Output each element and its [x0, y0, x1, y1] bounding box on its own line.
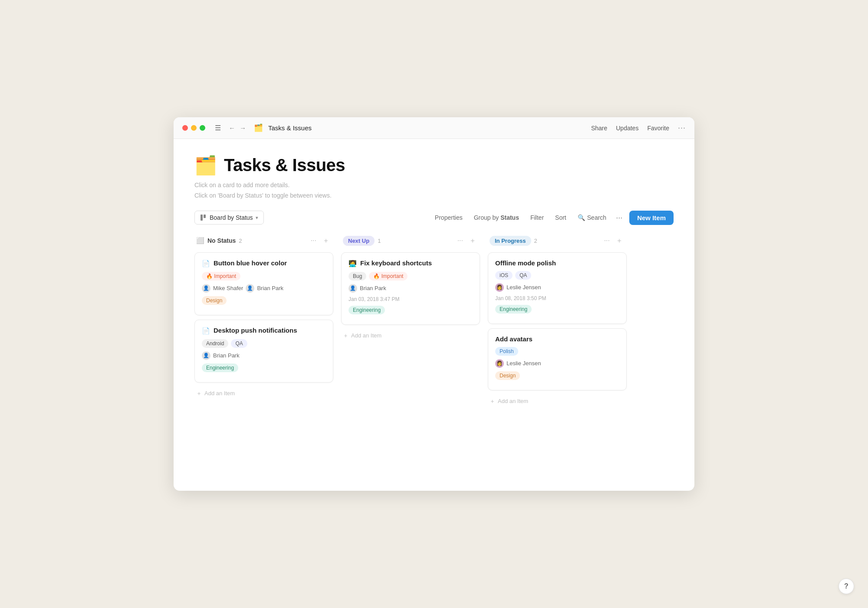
share-button[interactable]: Share: [591, 125, 607, 132]
card-tags-5-top: Polish: [495, 347, 619, 356]
page-header: 🗂️ Tasks & Issues: [194, 155, 674, 176]
main-content: 🗂️ Tasks & Issues Click on a card to add…: [174, 139, 694, 491]
add-item-button-next-up[interactable]: ＋ Add an Item: [341, 329, 383, 342]
column-title-no-status: No Status: [207, 237, 236, 244]
search-label: Search: [587, 214, 606, 221]
card-tags-1: 🔥 Important: [202, 272, 326, 281]
titlebar-title: Tasks & Issues: [268, 124, 586, 132]
card-fix-keyboard[interactable]: 🧑‍💻 Fix keyboard shortcuts Bug 🔥 Importa…: [341, 252, 480, 325]
svg-rect-0: [201, 215, 203, 221]
back-arrow-icon[interactable]: ←: [228, 123, 236, 132]
filter-button[interactable]: Filter: [526, 211, 548, 224]
forward-arrow-icon[interactable]: →: [239, 123, 247, 132]
tag-ios-1: iOS: [495, 271, 513, 280]
tag-qa-2: QA: [515, 271, 531, 280]
column-header-actions-no-status: ··· ＋: [309, 235, 332, 246]
card-offline-mode[interactable]: Offline mode polish iOS QA 👩 Leslie Jens…: [488, 252, 627, 324]
tag-design-1: Design: [202, 296, 227, 305]
column-more-button-in-progress[interactable]: ···: [602, 236, 612, 245]
group-by-label: Group by: [474, 214, 499, 221]
page-description: Click on a card to add more details. Cli…: [194, 180, 674, 201]
person-name-brian-3: Brian Park: [360, 285, 386, 291]
tag-important-3: 🔥 Important: [369, 272, 408, 281]
new-item-button[interactable]: New Item: [629, 211, 674, 225]
add-item-label-next-up: Add an Item: [351, 332, 381, 339]
column-header-in-progress: In Progress 2 ··· ＋: [488, 235, 627, 247]
card-people-2: 👤 Brian Park: [202, 351, 326, 360]
card-button-blue-hover[interactable]: 📄 Button blue hover color 🔥 Important 👤 …: [194, 252, 333, 315]
plus-icon-no-status: ＋: [196, 390, 202, 397]
tag-engineering-2: Engineering: [202, 363, 238, 372]
tag-polish-1: Polish: [495, 347, 518, 356]
card-bottom-tags-5: Design: [495, 371, 619, 380]
avatar-brian-park-2: 👤: [202, 351, 210, 360]
search-button[interactable]: 🔍 Search: [573, 211, 611, 224]
more-menu-button[interactable]: ···: [678, 123, 686, 132]
favorite-button[interactable]: Favorite: [647, 125, 669, 132]
column-more-button-next-up[interactable]: ···: [455, 236, 465, 245]
page-icon: 🗂️: [194, 155, 217, 176]
maximize-button[interactable]: [200, 125, 205, 131]
sidebar-toggle-icon[interactable]: ☰: [215, 124, 221, 132]
next-up-badge: Next Up: [343, 236, 375, 246]
sort-button[interactable]: Sort: [551, 211, 571, 224]
board-by-status-button[interactable]: Board by Status ▾: [194, 211, 264, 225]
board-icon: [200, 214, 207, 221]
column-count-no-status: 2: [239, 238, 242, 244]
column-add-button-no-status[interactable]: ＋: [320, 235, 332, 246]
updates-button[interactable]: Updates: [616, 125, 638, 132]
properties-button[interactable]: Properties: [431, 211, 467, 224]
column-next-up: Next Up 1 ··· ＋ 🧑‍💻 Fix keyboard shortcu…: [341, 235, 480, 408]
board: ⬜ No Status 2 ··· ＋ 📄 Button blue hover …: [194, 235, 674, 415]
card-tags-3: Bug 🔥 Important: [349, 272, 473, 281]
help-button[interactable]: ?: [838, 578, 854, 594]
column-add-button-next-up[interactable]: ＋: [467, 235, 478, 246]
tag-engineering-3: Engineering: [349, 306, 385, 314]
card-bottom-tags-1: Design: [202, 296, 326, 305]
card-bottom-tags-2: Engineering: [202, 363, 326, 372]
column-label-next-up: Next Up 1: [343, 236, 381, 246]
svg-rect-1: [204, 215, 206, 218]
in-progress-badge: In Progress: [490, 236, 531, 246]
card-title-text-5: Add avatars: [495, 335, 533, 343]
person-name-brian-2: Brian Park: [213, 352, 240, 359]
avatar-mike-shafer: 👤: [202, 284, 210, 293]
view-label: Board by Status: [210, 214, 253, 221]
toolbar-more-button[interactable]: ···: [613, 211, 625, 224]
titlebar-app-icon: 🗂️: [254, 123, 263, 132]
card-desktop-push[interactable]: 📄 Desktop push notifications Android QA …: [194, 320, 333, 383]
card-add-avatars[interactable]: Add avatars Polish 👩 Leslie Jensen Desig…: [488, 328, 627, 390]
add-item-button-in-progress[interactable]: ＋ Add an Item: [488, 395, 530, 408]
group-by-value: Status: [500, 214, 519, 221]
help-icon: ?: [844, 582, 848, 590]
card-people-3: 👤 Brian Park: [349, 284, 473, 293]
column-more-button-no-status[interactable]: ···: [309, 236, 319, 245]
group-by-button[interactable]: Group by Status: [470, 211, 523, 224]
column-count-in-progress: 2: [534, 238, 537, 244]
avatar-leslie-1: 👩: [495, 283, 504, 292]
card-title-text-4: Offline mode polish: [495, 259, 556, 267]
column-no-status: ⬜ No Status 2 ··· ＋ 📄 Button blue hover …: [194, 235, 333, 408]
card-people-1: 👤 Mike Shafer 👤 Brian Park: [202, 284, 326, 293]
person-name-mike: Mike Shafer: [213, 285, 243, 291]
close-button[interactable]: [182, 125, 188, 131]
card-bottom-tags-3: Engineering: [349, 306, 473, 314]
card-title-4: Offline mode polish: [495, 259, 619, 267]
minimize-button[interactable]: [191, 125, 197, 131]
tag-design-5: Design: [495, 371, 520, 380]
page-desc-line2: Click on 'Board by Status' to toggle bet…: [194, 191, 674, 201]
titlebar: ☰ ← → 🗂️ Tasks & Issues Share Updates Fa…: [174, 117, 694, 139]
card-people-4: 👩 Leslie Jensen: [495, 283, 619, 292]
card-title-5: Add avatars: [495, 335, 619, 343]
column-label-no-status: ⬜ No Status 2: [196, 237, 242, 245]
person-name-leslie-2: Leslie Jensen: [506, 360, 541, 367]
card-title-2: 📄 Desktop push notifications: [202, 327, 326, 335]
card-title-3: 🧑‍💻 Fix keyboard shortcuts: [349, 259, 473, 268]
add-item-button-no-status[interactable]: ＋ Add an Item: [194, 387, 237, 400]
titlebar-actions: Share Updates Favorite ···: [591, 123, 686, 132]
column-header-actions-in-progress: ··· ＋: [602, 235, 625, 246]
card-tags-4: iOS QA: [495, 271, 619, 280]
column-add-button-in-progress[interactable]: ＋: [614, 235, 625, 246]
search-icon: 🔍: [578, 214, 585, 221]
card-doc-icon-2: 📄: [202, 327, 210, 335]
